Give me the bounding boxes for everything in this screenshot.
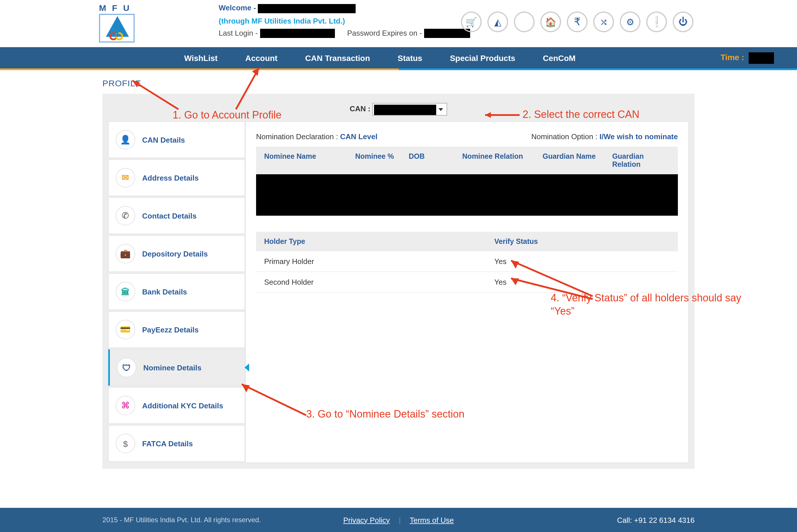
sidebar-item-address-details[interactable]: ✉Address Details: [108, 159, 245, 196]
nav-account[interactable]: Account: [245, 54, 277, 63]
welcome-label: Welcome -: [219, 3, 258, 12]
power-icon[interactable]: ⏻: [673, 12, 693, 32]
nav-special-products[interactable]: Special Products: [450, 54, 515, 63]
rupee-icon[interactable]: ₹: [567, 12, 588, 32]
logo-icon: [99, 14, 135, 42]
can-selector-dropdown[interactable]: [373, 103, 447, 116]
sidebar-item-contact-details[interactable]: ✆Contact Details: [108, 197, 245, 234]
bank-icon: 🏛: [116, 282, 135, 301]
card-icon: 💳: [116, 320, 135, 339]
chevron-down-icon: [439, 108, 443, 111]
annotation-4-arrow-2: [506, 275, 598, 305]
footer-link-terms[interactable]: Terms of Use: [410, 516, 454, 524]
user-icon: 👤: [116, 130, 135, 150]
svg-marker-5: [485, 112, 491, 118]
brand-name: M F U: [99, 3, 138, 13]
time-value-redacted: [749, 52, 774, 64]
nav-underline-right: [398, 69, 797, 70]
sidebar-item-fatca-details[interactable]: $FATCA Details: [108, 425, 245, 462]
pw-expires-label: Password Expires on -: [347, 28, 422, 37]
svg-marker-11: [511, 278, 519, 285]
annotation-2-arrow: [482, 109, 522, 122]
sidebar-item-depository-details[interactable]: 💼Depository Details: [108, 235, 245, 272]
header-bar: M F U Welcome - (through MF Utilities In…: [0, 0, 797, 47]
welcome-block: Welcome - (through MF Utilities India Pv…: [219, 3, 470, 38]
footer-links: Privacy Policy | Terms of Use: [300, 516, 497, 524]
svg-line-6: [242, 384, 306, 415]
share-icon: ⌘: [116, 396, 135, 415]
last-login-redacted: [260, 29, 335, 38]
verify-row-second: Second Holder Yes: [256, 272, 678, 293]
nominee-table-header: Nominee Name Nominee % DOB Nominee Relat…: [256, 147, 678, 174]
footer-copyright: 2015 - MF Utilities India Pvt. Ltd. All …: [103, 516, 300, 524]
nominee-rows-redacted: [256, 174, 678, 216]
home-icon[interactable]: 🏠: [540, 12, 561, 32]
welcome-username-redacted: [258, 4, 356, 13]
nav-status[interactable]: Status: [397, 54, 422, 63]
nav-can-transaction[interactable]: CAN Transaction: [305, 54, 370, 63]
nomination-declaration: Nomination Declaration : CAN Level: [256, 132, 377, 141]
annotation-3-arrow: [237, 380, 312, 422]
time-label: Time :: [721, 52, 774, 64]
sidebar-item-can-details[interactable]: 👤CAN Details: [108, 121, 245, 158]
profile-sidebar: 👤CAN Details ✉Address Details ✆Contact D…: [108, 121, 245, 463]
can-selector-label: CAN :: [350, 104, 370, 113]
main-navbar: WishList Account CAN Transaction Status …: [0, 47, 797, 69]
svg-line-0: [132, 80, 179, 109]
header-icon-row: 🛒 ◭ 🏠 ₹ ⤭ ⚙ ❕ ⏻: [461, 12, 693, 32]
dollar-icon: $: [116, 434, 135, 453]
mail-icon: ✉: [116, 168, 135, 188]
sidebar-item-bank-details[interactable]: 🏛Bank Details: [108, 273, 245, 310]
annotation-1-arrow-to-account: [224, 63, 271, 117]
phone-icon: ✆: [116, 206, 135, 225]
svg-line-2: [236, 68, 259, 109]
footer: 2015 - MF Utilities India Pvt. Ltd. All …: [0, 508, 797, 532]
nav-underline-left: [0, 69, 398, 70]
svg-marker-1: [132, 80, 139, 88]
verify-row-primary: Primary Holder Yes: [256, 251, 678, 272]
sidebar-item-nominee-details[interactable]: 🛡Nominee Details: [108, 349, 245, 386]
alert-icon[interactable]: ❕: [646, 12, 667, 32]
verify-table-header: Holder Type Verify Status: [256, 232, 678, 251]
sidebar-item-additional-kyc-details[interactable]: ⌘Additional KYC Details: [108, 387, 245, 424]
nomination-option: Nomination Option : I/We wish to nominat…: [531, 132, 678, 141]
footer-call: Call: +91 22 6134 4316: [497, 516, 694, 524]
annotation-1-arrow-to-title: [127, 69, 184, 117]
cart-icon[interactable]: 🛒: [461, 12, 482, 32]
annotation-3: 3. Go to “Nominee Details” section: [306, 408, 464, 420]
welcome-through: (through MF Utilities India Pvt. Ltd.): [219, 16, 470, 25]
brand-logo: M F U: [99, 3, 138, 42]
blank-icon[interactable]: [514, 12, 535, 32]
can-value-redacted: [374, 105, 437, 115]
nav-cencom[interactable]: CenCoM: [543, 54, 576, 63]
page-title: PROFILE: [0, 69, 797, 94]
gear-icon[interactable]: ⚙: [620, 12, 641, 32]
shuffle-icon[interactable]: ⤭: [593, 12, 614, 32]
sidebar-item-payeezz-details[interactable]: 💳PayEezz Details: [108, 311, 245, 348]
svg-line-10: [511, 278, 593, 299]
shield-icon: 🛡: [117, 358, 136, 377]
last-login-label: Last Login -: [219, 28, 258, 37]
svg-marker-9: [511, 261, 519, 269]
annotation-2: 2. Select the correct CAN: [522, 109, 639, 121]
nav-wishlist[interactable]: WishList: [184, 54, 218, 63]
footer-link-privacy[interactable]: Privacy Policy: [343, 516, 390, 524]
nav-triangle-icon[interactable]: ◭: [487, 12, 508, 32]
briefcase-icon: 💼: [116, 244, 135, 263]
